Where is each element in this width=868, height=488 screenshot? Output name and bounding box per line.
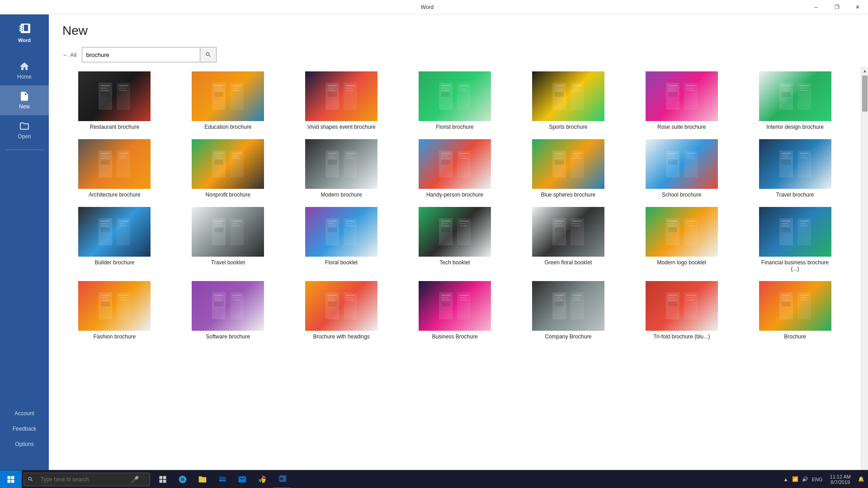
svg-rect-203 <box>214 302 223 306</box>
svg-rect-228 <box>555 297 561 298</box>
scroll-thumb[interactable] <box>862 75 868 112</box>
template-item-sports[interactable]: Sports brochure <box>516 71 620 130</box>
close-button[interactable]: ✕ <box>847 0 868 14</box>
svg-rect-134 <box>119 225 127 226</box>
template-item-nonprofit[interactable]: Nonprofit brochure <box>176 139 280 198</box>
file-explorer-button[interactable] <box>193 470 212 488</box>
svg-rect-103 <box>555 158 563 159</box>
svg-rect-61 <box>800 88 807 89</box>
template-name-modern: Modern brochure <box>321 192 362 198</box>
taskbar-clock[interactable]: 11:12 AM 8/7/2019 <box>826 474 854 485</box>
sidebar-item-open[interactable]: Open <box>0 115 49 145</box>
template-thumb-sports <box>532 71 604 121</box>
template-item-modern[interactable]: Modern brochure <box>289 139 394 198</box>
task-view-button[interactable] <box>154 470 172 488</box>
folder-icon <box>198 475 207 484</box>
sidebar-open-label: Open <box>18 133 31 140</box>
template-item-interior[interactable]: Interior design brochure <box>743 71 847 130</box>
all-link[interactable]: ← All <box>62 52 76 58</box>
svg-rect-164 <box>555 221 564 222</box>
svg-rect-154 <box>457 218 471 245</box>
template-item-rose[interactable]: Rose suite brochure <box>629 71 734 130</box>
template-name-school: School brochure <box>662 192 701 198</box>
taskbar-search-box[interactable]: 🎤 <box>24 473 150 486</box>
template-item-vivid[interactable]: Vivid shapes event brochure <box>289 71 394 130</box>
svg-rect-19 <box>344 83 357 110</box>
template-item-restaurant[interactable]: Restaurant brochure <box>62 71 167 130</box>
svg-rect-230 <box>555 302 564 306</box>
sidebar-item-account[interactable]: Account <box>0 406 49 421</box>
taskbar-search-icon <box>28 476 33 482</box>
app-logo: Word <box>14 19 34 47</box>
mic-icon[interactable]: 🎤 <box>131 476 139 483</box>
template-item-trifold[interactable]: Tri-fold brochure (blu...) <box>629 281 734 340</box>
template-item-brochure[interactable]: Brochure <box>743 281 847 340</box>
template-item-green-floral[interactable]: Green floral booklet <box>516 207 620 272</box>
template-item-modern-logo[interactable]: Modern logo booklet <box>629 207 734 272</box>
restore-button[interactable]: ❐ <box>826 0 847 14</box>
search-input[interactable] <box>82 47 200 62</box>
svg-rect-206 <box>232 300 241 300</box>
edge-browser-button[interactable] <box>174 470 192 488</box>
tray-expand[interactable]: ▲ <box>783 477 788 482</box>
template-item-florist[interactable]: Florist brochure <box>403 71 507 130</box>
taskbar-search-input[interactable] <box>37 473 127 486</box>
svg-rect-114 <box>686 153 695 154</box>
start-button[interactable] <box>0 470 22 488</box>
minimize-button[interactable]: – <box>806 0 826 14</box>
template-item-blue-spheres[interactable]: Blue spheres brochure <box>516 139 620 198</box>
template-item-travel[interactable]: Travel brochure <box>743 139 847 198</box>
svg-rect-192 <box>101 297 108 298</box>
clock-date: 8/7/2019 <box>830 479 850 485</box>
svg-rect-138 <box>214 223 221 224</box>
template-thumb-tech-booklet <box>419 207 491 257</box>
template-grid-container: Restaurant brochure Education brochure V… <box>49 67 861 488</box>
template-item-business-brochure[interactable]: Business Brochure <box>403 281 507 340</box>
svg-rect-194 <box>101 302 110 306</box>
sidebar-item-home[interactable]: Home <box>0 56 49 85</box>
taskbar-tray: ▲ 📶 🔊 ENG 11:12 AM 8/7/2019 🔔 <box>780 474 868 485</box>
chrome-button[interactable] <box>253 470 271 488</box>
svg-rect-109 <box>684 150 698 178</box>
template-item-software[interactable]: Software brochure <box>176 281 280 340</box>
svg-rect-10 <box>230 83 244 110</box>
scroll-up-button[interactable]: ▲ <box>861 67 868 75</box>
template-item-tech-booklet[interactable]: Tech booklet <box>403 207 507 272</box>
svg-rect-173 <box>668 221 677 222</box>
svg-rect-77 <box>214 160 223 164</box>
svg-rect-89 <box>346 158 354 159</box>
template-item-financial[interactable]: Financial business brochure (...) <box>743 207 847 272</box>
svg-rect-201 <box>214 297 221 298</box>
template-item-brochure-headings[interactable]: Brochure with headings <box>289 281 394 340</box>
word-app-button[interactable] <box>273 470 291 488</box>
svg-rect-100 <box>571 150 584 178</box>
svg-rect-156 <box>441 223 448 224</box>
windows-icon <box>7 475 15 483</box>
template-item-floral-booklet[interactable]: Floral booklet <box>289 207 394 272</box>
notifications-button[interactable]: 🔔 <box>858 476 864 482</box>
template-item-travel-booklet[interactable]: Travel booklet <box>176 207 280 272</box>
store-button[interactable] <box>213 470 231 488</box>
template-item-company-brochure[interactable]: Company Brochure <box>516 281 620 340</box>
back-arrow-icon: ← <box>62 52 68 58</box>
template-item-education[interactable]: Education brochure <box>176 71 280 130</box>
svg-rect-129 <box>101 223 108 224</box>
template-name-floral-booklet: Floral booklet <box>325 259 358 266</box>
sidebar-item-feedback[interactable]: Feedback <box>0 421 49 436</box>
lang-indicator: ENG <box>812 477 823 482</box>
search-button[interactable] <box>200 47 216 62</box>
template-item-fashion[interactable]: Fashion brochure <box>62 281 167 340</box>
sidebar-item-options[interactable]: Options <box>0 436 49 452</box>
svg-rect-107 <box>573 158 581 159</box>
sidebar-item-new[interactable]: New <box>0 85 49 115</box>
svg-rect-248 <box>782 302 791 306</box>
template-item-architecture[interactable]: Architecture brochure <box>62 139 167 198</box>
svg-rect-159 <box>459 221 468 222</box>
template-item-school[interactable]: School brochure <box>629 139 734 198</box>
mail-button[interactable] <box>233 470 251 488</box>
svg-rect-1 <box>117 83 130 110</box>
template-item-builder[interactable]: Builder brochure <box>62 207 167 272</box>
svg-rect-137 <box>214 221 223 222</box>
svg-rect-4 <box>101 90 109 91</box>
template-item-handy[interactable]: Handy-person brochure <box>403 139 507 198</box>
